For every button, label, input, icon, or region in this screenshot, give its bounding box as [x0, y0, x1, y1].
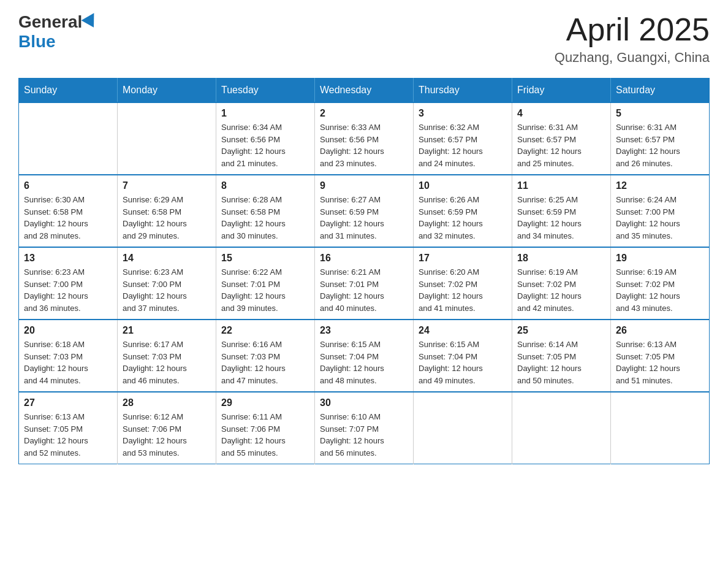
day-info: Sunrise: 6:31 AMSunset: 6:57 PMDaylight:… [517, 121, 605, 169]
day-number: 15 [221, 253, 309, 264]
day-number: 19 [616, 253, 704, 264]
week-row-2: 6Sunrise: 6:30 AMSunset: 6:58 PMDaylight… [19, 175, 710, 247]
day-number: 10 [419, 180, 507, 191]
day-info: Sunrise: 6:13 AMSunset: 7:05 PMDaylight:… [616, 339, 704, 386]
calendar-cell: 30Sunrise: 6:10 AMSunset: 7:07 PMDayligh… [315, 392, 414, 464]
day-number: 3 [419, 108, 507, 119]
day-info: Sunrise: 6:25 AMSunset: 6:59 PMDaylight:… [517, 194, 605, 242]
day-info: Sunrise: 6:16 AMSunset: 7:03 PMDaylight:… [221, 339, 309, 386]
day-info: Sunrise: 6:24 AMSunset: 7:00 PMDaylight:… [616, 194, 704, 242]
day-number: 27 [24, 397, 112, 408]
day-number: 14 [123, 253, 211, 264]
calendar-cell: 2Sunrise: 6:33 AMSunset: 6:56 PMDaylight… [315, 102, 414, 175]
day-number: 1 [221, 108, 309, 119]
header-tuesday: Tuesday [216, 79, 315, 103]
logo-arrow-icon [82, 13, 100, 31]
logo-general-text: General [18, 12, 82, 32]
calendar-cell: 23Sunrise: 6:15 AMSunset: 7:04 PMDayligh… [315, 320, 414, 392]
day-info: Sunrise: 6:11 AMSunset: 7:06 PMDaylight:… [221, 411, 309, 459]
day-number: 30 [320, 397, 408, 408]
day-number: 18 [517, 253, 605, 264]
calendar-cell: 29Sunrise: 6:11 AMSunset: 7:06 PMDayligh… [216, 392, 315, 464]
day-info: Sunrise: 6:30 AMSunset: 6:58 PMDaylight:… [24, 194, 112, 242]
day-number: 28 [123, 397, 211, 408]
day-number: 22 [221, 325, 309, 336]
calendar-cell [19, 102, 118, 175]
logo: General Blue [18, 12, 99, 52]
day-info: Sunrise: 6:17 AMSunset: 7:03 PMDaylight:… [123, 339, 211, 386]
day-info: Sunrise: 6:31 AMSunset: 6:57 PMDaylight:… [616, 121, 704, 169]
calendar-cell: 5Sunrise: 6:31 AMSunset: 6:57 PMDaylight… [611, 102, 710, 175]
day-info: Sunrise: 6:27 AMSunset: 6:59 PMDaylight:… [320, 194, 408, 242]
day-number: 16 [320, 253, 408, 264]
calendar-cell: 4Sunrise: 6:31 AMSunset: 6:57 PMDaylight… [512, 102, 611, 175]
day-info: Sunrise: 6:23 AMSunset: 7:00 PMDaylight:… [24, 266, 112, 314]
day-info: Sunrise: 6:29 AMSunset: 6:58 PMDaylight:… [123, 194, 211, 242]
calendar-cell: 7Sunrise: 6:29 AMSunset: 6:58 PMDaylight… [118, 175, 216, 247]
day-info: Sunrise: 6:26 AMSunset: 6:59 PMDaylight:… [419, 194, 507, 242]
header-sunday: Sunday [19, 79, 118, 103]
week-row-4: 20Sunrise: 6:18 AMSunset: 7:03 PMDayligh… [19, 320, 710, 392]
day-info: Sunrise: 6:19 AMSunset: 7:02 PMDaylight:… [616, 266, 704, 314]
calendar-cell: 22Sunrise: 6:16 AMSunset: 7:03 PMDayligh… [216, 320, 315, 392]
day-number: 11 [517, 180, 605, 191]
day-number: 13 [24, 253, 112, 264]
day-info: Sunrise: 6:12 AMSunset: 7:06 PMDaylight:… [123, 411, 211, 459]
day-info: Sunrise: 6:20 AMSunset: 7:02 PMDaylight:… [419, 266, 507, 314]
calendar-cell: 6Sunrise: 6:30 AMSunset: 6:58 PMDaylight… [19, 175, 118, 247]
header-friday: Friday [512, 79, 611, 103]
calendar-cell: 24Sunrise: 6:15 AMSunset: 7:04 PMDayligh… [414, 320, 512, 392]
calendar-cell: 8Sunrise: 6:28 AMSunset: 6:58 PMDaylight… [216, 175, 315, 247]
day-number: 23 [320, 325, 408, 336]
location-text: Quzhang, Guangxi, China [555, 50, 710, 66]
day-number: 5 [616, 108, 704, 119]
day-number: 26 [616, 325, 704, 336]
day-info: Sunrise: 6:34 AMSunset: 6:56 PMDaylight:… [221, 121, 309, 169]
calendar-cell: 20Sunrise: 6:18 AMSunset: 7:03 PMDayligh… [19, 320, 118, 392]
calendar-cell: 17Sunrise: 6:20 AMSunset: 7:02 PMDayligh… [414, 247, 512, 320]
calendar-cell: 3Sunrise: 6:32 AMSunset: 6:57 PMDaylight… [414, 102, 512, 175]
day-number: 24 [419, 325, 507, 336]
day-info: Sunrise: 6:32 AMSunset: 6:57 PMDaylight:… [419, 121, 507, 169]
calendar-cell: 1Sunrise: 6:34 AMSunset: 6:56 PMDaylight… [216, 102, 315, 175]
day-number: 9 [320, 180, 408, 191]
week-row-5: 27Sunrise: 6:13 AMSunset: 7:05 PMDayligh… [19, 392, 710, 464]
day-number: 25 [517, 325, 605, 336]
calendar-cell [512, 392, 611, 464]
calendar-cell: 15Sunrise: 6:22 AMSunset: 7:01 PMDayligh… [216, 247, 315, 320]
day-info: Sunrise: 6:23 AMSunset: 7:00 PMDaylight:… [123, 266, 211, 314]
header-wednesday: Wednesday [315, 79, 414, 103]
calendar-table: SundayMondayTuesdayWednesdayThursdayFrid… [18, 78, 710, 464]
calendar-cell [118, 102, 216, 175]
calendar-cell: 16Sunrise: 6:21 AMSunset: 7:01 PMDayligh… [315, 247, 414, 320]
day-info: Sunrise: 6:10 AMSunset: 7:07 PMDaylight:… [320, 411, 408, 459]
day-number: 4 [517, 108, 605, 119]
day-number: 8 [221, 180, 309, 191]
day-info: Sunrise: 6:19 AMSunset: 7:02 PMDaylight:… [517, 266, 605, 314]
calendar-cell: 10Sunrise: 6:26 AMSunset: 6:59 PMDayligh… [414, 175, 512, 247]
calendar-cell: 9Sunrise: 6:27 AMSunset: 6:59 PMDaylight… [315, 175, 414, 247]
calendar-header-row: SundayMondayTuesdayWednesdayThursdayFrid… [19, 79, 710, 103]
calendar-cell: 25Sunrise: 6:14 AMSunset: 7:05 PMDayligh… [512, 320, 611, 392]
day-info: Sunrise: 6:13 AMSunset: 7:05 PMDaylight:… [24, 411, 112, 459]
header-monday: Monday [118, 79, 216, 103]
calendar-cell: 11Sunrise: 6:25 AMSunset: 6:59 PMDayligh… [512, 175, 611, 247]
calendar-cell: 12Sunrise: 6:24 AMSunset: 7:00 PMDayligh… [611, 175, 710, 247]
week-row-3: 13Sunrise: 6:23 AMSunset: 7:00 PMDayligh… [19, 247, 710, 320]
day-number: 12 [616, 180, 704, 191]
page-header: General Blue April 2025 Quzhang, Guangxi… [18, 12, 710, 66]
day-info: Sunrise: 6:14 AMSunset: 7:05 PMDaylight:… [517, 339, 605, 386]
day-info: Sunrise: 6:15 AMSunset: 7:04 PMDaylight:… [419, 339, 507, 386]
day-number: 7 [123, 180, 211, 191]
calendar-cell: 21Sunrise: 6:17 AMSunset: 7:03 PMDayligh… [118, 320, 216, 392]
title-section: April 2025 Quzhang, Guangxi, China [555, 12, 710, 66]
calendar-cell: 28Sunrise: 6:12 AMSunset: 7:06 PMDayligh… [118, 392, 216, 464]
day-info: Sunrise: 6:15 AMSunset: 7:04 PMDaylight:… [320, 339, 408, 386]
calendar-cell: 26Sunrise: 6:13 AMSunset: 7:05 PMDayligh… [611, 320, 710, 392]
day-number: 6 [24, 180, 112, 191]
calendar-cell [611, 392, 710, 464]
calendar-cell: 18Sunrise: 6:19 AMSunset: 7:02 PMDayligh… [512, 247, 611, 320]
logo-blue-text: Blue [18, 32, 56, 52]
month-title: April 2025 [555, 12, 710, 47]
day-info: Sunrise: 6:22 AMSunset: 7:01 PMDaylight:… [221, 266, 309, 314]
